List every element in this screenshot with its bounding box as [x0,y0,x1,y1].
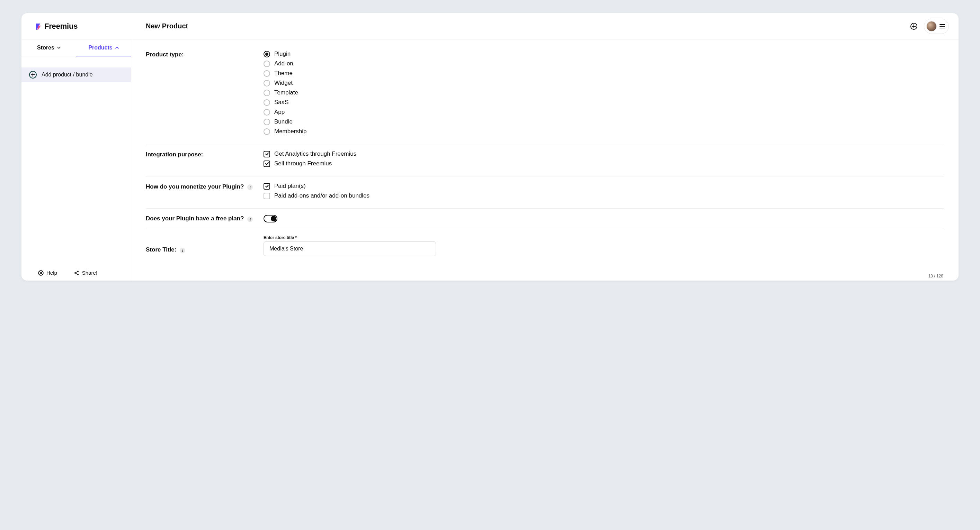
brand-name: Freemius [45,22,78,31]
row-store-title: Store Title: i Enter store title [146,235,944,262]
help-link[interactable]: Help [38,270,57,276]
share-icon [74,270,79,276]
menu-icon [940,24,945,29]
radio-bullet [264,60,270,67]
row-free-plan: Does your Plugin have a free plan? i [146,215,944,229]
add-product-button[interactable]: Add product / bundle [21,67,131,82]
radio-bullet [264,90,270,96]
radio-bullet [264,109,270,116]
tab-products-label: Products [88,44,112,51]
radio-bullet [264,99,270,106]
share-label: Share! [82,270,97,276]
freemius-logo-icon [35,22,41,30]
label-store-title: Store Title: [146,246,176,253]
check-paid-plans[interactable]: Paid plan(s) [264,182,944,190]
help-icon [38,270,44,276]
radio-addon[interactable]: Add-on [264,60,944,67]
label-monetize: How do you monetize your Plugin? [146,183,244,190]
check-label: Paid plan(s) [274,182,306,190]
add-button[interactable] [910,22,918,30]
radio-bullet [264,51,270,57]
tab-stores-label: Stores [37,44,54,51]
info-icon[interactable]: i [180,248,185,253]
plus-circle-icon [910,22,918,30]
free-plan-toggle[interactable] [264,215,277,222]
product-type-options: Plugin Add-on Theme Widget [264,51,944,138]
plus-icon [29,71,37,79]
radio-label: SaaS [274,99,289,106]
main-form: Product type: Plugin Add-on Theme [131,40,959,281]
toggle-knob [271,216,276,221]
checkbox [264,193,270,199]
radio-bullet [264,70,270,77]
account-menu[interactable] [924,19,949,34]
label-integration-purpose: Integration purpose: [146,151,264,170]
chevron-up-icon [115,46,119,49]
row-monetize: How do you monetize your Plugin? i Paid … [146,182,944,209]
header: Freemius New Product [21,13,959,40]
radio-template[interactable]: Template [264,89,944,96]
store-title-input[interactable] [264,241,436,256]
body: Stores Products Add product / bundl [21,40,959,281]
check-label: Paid add-ons and/or add-on bundles [274,192,369,199]
radio-bundle[interactable]: Bundle [264,118,944,125]
radio-app[interactable]: App [264,109,944,116]
avatar [926,21,937,32]
store-title-input-label: Enter store title [264,235,944,240]
label-product-type: Product type: [146,51,264,138]
radio-label: Add-on [274,60,293,67]
header-actions [910,19,949,34]
label-free-plan: Does your Plugin have a free plan? [146,215,244,222]
radio-membership[interactable]: Membership [264,128,944,135]
title-bar: New Product [131,13,959,40]
radio-bullet [264,80,270,86]
radio-plugin[interactable]: Plugin [264,51,944,57]
check-label: Sell through Freemius [274,160,332,167]
help-label: Help [46,270,57,276]
svg-point-2 [40,272,42,274]
radio-label: Bundle [274,118,293,125]
share-link[interactable]: Share! [74,270,97,276]
add-product-label: Add product / bundle [41,71,93,78]
checkbox [264,183,270,190]
radio-label: Plugin [274,51,291,57]
char-counter: 13 / 128 [928,274,943,278]
page-title: New Product [146,22,188,30]
checkbox [264,160,270,167]
info-icon[interactable]: i [247,217,253,222]
check-paid-addons[interactable]: Paid add-ons and/or add-on bundles [264,192,944,199]
row-product-type: Product type: Plugin Add-on Theme [146,51,944,144]
check-label: Get Analytics through Freemius [274,151,356,157]
checkbox [264,151,270,157]
radio-label: Widget [274,79,293,86]
row-integration-purpose: Integration purpose: Get Analytics throu… [146,151,944,176]
monetize-options: Paid plan(s) Paid add-ons and/or add-on … [264,182,944,202]
radio-label: Membership [274,128,307,135]
info-icon[interactable]: i [247,184,253,190]
check-analytics[interactable]: Get Analytics through Freemius [264,151,944,157]
radio-label: App [274,109,285,116]
app-window: Freemius New Product [21,13,959,281]
radio-bullet [264,119,270,125]
chevron-down-icon [57,46,60,49]
check-sell[interactable]: Sell through Freemius [264,160,944,167]
radio-label: Theme [274,70,293,77]
radio-label: Template [274,89,298,96]
sidebar-tabs: Stores Products [21,40,131,56]
radio-bullet [264,129,270,135]
brand-logo[interactable]: Freemius [35,22,78,31]
integration-purpose-options: Get Analytics through Freemius Sell thro… [264,151,944,170]
radio-saas[interactable]: SaaS [264,99,944,106]
logo-area: Freemius [21,13,131,40]
tab-stores[interactable]: Stores [21,40,76,56]
sidebar: Stores Products Add product / bundl [21,40,131,281]
radio-widget[interactable]: Widget [264,79,944,86]
tab-products[interactable]: Products [76,40,131,56]
sidebar-footer: Help Share! [21,265,131,281]
radio-theme[interactable]: Theme [264,70,944,77]
